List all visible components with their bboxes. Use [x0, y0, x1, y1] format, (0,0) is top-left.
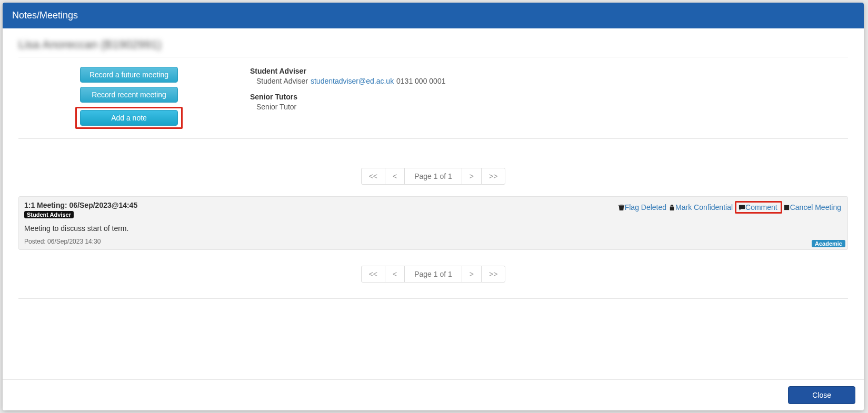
note-category-badge: Academic: [812, 240, 845, 247]
page-next-button[interactable]: >: [462, 168, 482, 185]
notes-meetings-modal: Notes/Meetings Lisa Anoreccan (B1902991)…: [3, 3, 864, 410]
senior-tutors-heading: Senior Tutors: [250, 93, 848, 101]
divider: [18, 138, 848, 139]
close-button[interactable]: Close: [788, 386, 855, 404]
top-section: Record a future meeting Record recent me…: [18, 67, 848, 129]
record-future-meeting-button[interactable]: Record a future meeting: [80, 67, 178, 83]
modal-body[interactable]: Lisa Anoreccan (B1902991) Record a futur…: [3, 28, 864, 379]
lock-icon: [669, 204, 675, 211]
cancel-meeting-link[interactable]: Cancel Meeting: [790, 203, 841, 211]
record-recent-meeting-button[interactable]: Record recent meeting: [80, 87, 178, 103]
student-adviser-row: Student Adviser studentadviser@ed.ac.uk …: [250, 77, 848, 85]
page-next-button[interactable]: >: [462, 266, 482, 283]
svg-rect-0: [784, 205, 789, 209]
page-first-button[interactable]: <<: [361, 168, 385, 185]
page-label: Page 1 of 1: [404, 266, 462, 283]
note-actions: Flag Deleted Mark Confidential Comment: [618, 201, 842, 214]
senior-tutor-row: Senior Tutor: [250, 103, 848, 111]
note-head: 1:1 Meeting: 06/Sep/2023@14:45 Student A…: [24, 201, 842, 219]
note-role-badge: Student Adviser: [24, 211, 74, 218]
comment-link[interactable]: Comment: [745, 203, 777, 211]
flag-deleted-group: Flag Deleted: [618, 203, 667, 211]
trash-icon: [618, 204, 625, 211]
adviser-role: Student Adviser: [256, 77, 308, 85]
add-a-note-button[interactable]: Add a note: [80, 110, 178, 126]
modal-header: Notes/Meetings: [3, 3, 864, 28]
comment-highlight: Comment: [735, 201, 782, 214]
page-prev-button[interactable]: <: [385, 168, 405, 185]
student-name: Lisa Anoreccan (B1902991): [18, 38, 848, 52]
pagination-bottom: << < Page 1 of 1 > >>: [18, 266, 848, 283]
mark-confidential-group: Mark Confidential: [669, 203, 734, 211]
note-title: 1:1 Meeting: 06/Sep/2023@14:45: [24, 201, 137, 209]
info-column: Student Adviser Student Adviser studenta…: [250, 67, 848, 129]
mark-confidential-link[interactable]: Mark Confidential: [675, 203, 733, 211]
cancel-meeting-group: Cancel Meeting: [783, 203, 842, 211]
modal-footer: Close: [3, 379, 864, 410]
page-last-button[interactable]: >>: [481, 168, 505, 185]
note-posted: Posted: 06/Sep/2023 14:30: [24, 238, 842, 245]
note-item: 1:1 Meeting: 06/Sep/2023@14:45 Student A…: [18, 196, 848, 250]
adviser-email-link[interactable]: studentadviser@ed.ac.uk: [311, 77, 394, 85]
add-note-highlight: Add a note: [75, 107, 183, 129]
student-adviser-heading: Student Adviser: [250, 67, 848, 75]
page-last-button[interactable]: >>: [481, 266, 505, 283]
divider: [18, 57, 848, 57]
page-prev-button[interactable]: <: [385, 266, 405, 283]
stop-icon: [783, 204, 790, 211]
page-label: Page 1 of 1: [404, 168, 462, 185]
action-buttons-column: Record a future meeting Record recent me…: [18, 67, 240, 129]
note-body: Meeting to discuss start of term.: [24, 224, 842, 233]
pagination-top: << < Page 1 of 1 > >>: [18, 168, 848, 185]
note-title-block: 1:1 Meeting: 06/Sep/2023@14:45 Student A…: [24, 201, 137, 219]
divider: [18, 298, 848, 299]
comment-icon: [739, 204, 745, 211]
page-first-button[interactable]: <<: [361, 266, 385, 283]
adviser-phone: 0131 000 0001: [396, 77, 445, 85]
modal-title: Notes/Meetings: [12, 10, 78, 21]
flag-deleted-link[interactable]: Flag Deleted: [625, 203, 666, 211]
tutor-role: Senior Tutor: [256, 103, 296, 111]
